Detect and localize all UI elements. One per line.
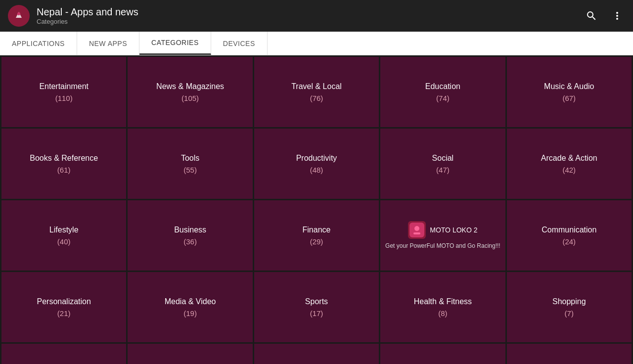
category-travel-local[interactable]: Travel & Local (76) <box>254 57 379 127</box>
category-news-magazines[interactable]: News & Magazines (105) <box>128 57 252 127</box>
category-business[interactable]: Business (36) <box>128 200 252 271</box>
category-extra-4[interactable] <box>380 344 505 364</box>
nav-tabs: Applications New apps Categories Devices <box>0 32 633 55</box>
category-personalization[interactable]: Personalization (21) <box>1 272 126 342</box>
category-media-video[interactable]: Media & Video (19) <box>128 272 252 342</box>
category-entertainment[interactable]: Entertainment (110) <box>1 57 126 127</box>
category-finance[interactable]: Finance (29) <box>254 200 379 271</box>
category-books-reference[interactable]: Books & Reference (61) <box>1 129 126 199</box>
tab-applications[interactable]: Applications <box>0 32 77 55</box>
category-sports[interactable]: Sports (17) <box>254 272 379 342</box>
category-grid: Entertainment (110) News & Magazines (10… <box>0 55 633 364</box>
ad-content: MOTO LOKO 2 Get your PowerFul MOTO and G… <box>385 221 500 250</box>
category-tools[interactable]: Tools (55) <box>128 129 252 199</box>
svg-point-1 <box>17 12 20 15</box>
more-options-icon[interactable] <box>609 8 625 24</box>
category-extra-3[interactable] <box>254 344 379 364</box>
category-extra-1[interactable] <box>1 344 126 364</box>
header-subtitle: Categories <box>37 18 138 25</box>
ad-description: Get your PowerFul MOTO and Go Racing!!! <box>385 242 500 250</box>
title-group: Nepal - Apps and news Categories <box>37 6 138 25</box>
category-shopping[interactable]: Shopping (7) <box>507 272 632 342</box>
category-health-fitness[interactable]: Health & Fitness (8) <box>380 272 505 342</box>
svg-point-3 <box>414 226 419 231</box>
tab-devices[interactable]: Devices <box>211 32 268 55</box>
category-extra-5[interactable] <box>507 344 632 364</box>
tab-categories[interactable]: Categories <box>139 32 211 55</box>
category-lifestyle[interactable]: Lifestyle (40) <box>1 200 126 271</box>
app-logo <box>8 5 30 27</box>
search-icon[interactable] <box>584 8 599 24</box>
header-title: Nepal - Apps and news <box>37 6 138 18</box>
header-left: Nepal - Apps and news Categories <box>8 5 138 27</box>
header: Nepal - Apps and news Categories <box>0 0 633 32</box>
svg-rect-4 <box>413 232 420 234</box>
header-actions <box>584 8 625 24</box>
category-communication[interactable]: Communication (24) <box>507 200 632 271</box>
category-music-audio[interactable]: Music & Audio (67) <box>507 57 632 127</box>
ad-game-title: MOTO LOKO 2 <box>430 226 477 234</box>
ad-top: MOTO LOKO 2 <box>408 221 477 239</box>
category-productivity[interactable]: Productivity (48) <box>254 129 379 199</box>
category-education[interactable]: Education (74) <box>380 57 505 127</box>
category-social[interactable]: Social (47) <box>380 129 505 199</box>
category-arcade-action[interactable]: Arcade & Action (42) <box>507 129 632 199</box>
tab-new-apps[interactable]: New apps <box>77 32 139 55</box>
category-extra-2[interactable] <box>128 344 252 364</box>
ad-game-icon <box>408 221 426 239</box>
ad-card[interactable]: MOTO LOKO 2 Get your PowerFul MOTO and G… <box>380 200 505 271</box>
